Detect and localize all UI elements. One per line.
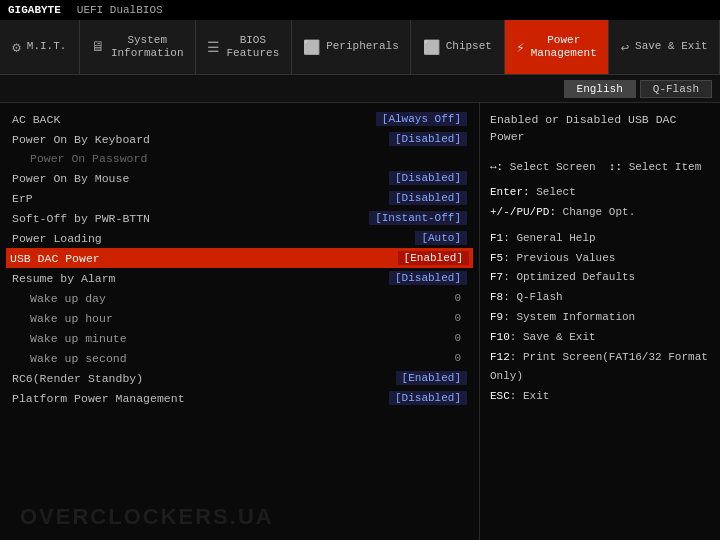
- power-password-label: Power On Password: [12, 152, 147, 165]
- right-panel: Enabled or Disabled USB DAC Power ↔: Sel…: [480, 103, 720, 540]
- top-bar: GIGABYTE UEFI DualBIOS: [0, 0, 720, 20]
- wake-second-value: 0: [448, 351, 467, 365]
- softoff-pwr-value: [Instant-Off]: [369, 211, 467, 225]
- save-exit-label: Save & Exit: [635, 40, 708, 53]
- menu-item-erp[interactable]: ErP[Disabled]: [10, 188, 469, 208]
- change-hint: +/-/PU/PD: Change Opt.: [490, 203, 710, 223]
- platform-power-label: Platform Power Management: [12, 392, 185, 405]
- menu-item-power-loading[interactable]: Power Loading[Auto]: [10, 228, 469, 248]
- ac-back-value: [Always Off]: [376, 112, 467, 126]
- nav-item-chipset[interactable]: ⬜Chipset: [411, 20, 505, 74]
- save-exit-icon: ↩: [621, 39, 629, 56]
- system-info-icon: 🖥: [91, 39, 105, 55]
- nav-item-power-mgmt[interactable]: ⚡Power Management: [505, 20, 610, 74]
- menu-item-rc6-standby[interactable]: RC6(Render Standby)[Enabled]: [10, 368, 469, 388]
- bios-features-label: BIOS Features: [226, 34, 279, 60]
- peripherals-icon: ⬜: [303, 39, 320, 56]
- nav-item-mit[interactable]: ⚙M.I.T.: [0, 20, 80, 74]
- help-text: Enabled or Disabled USB DAC Power: [490, 111, 710, 146]
- chipset-icon: ⬜: [423, 39, 440, 56]
- system-info-label: System Information: [111, 34, 184, 60]
- nav-item-system-info[interactable]: 🖥System Information: [80, 20, 196, 74]
- uefi-label: UEFI DualBIOS: [77, 4, 163, 16]
- menu-item-power-password[interactable]: Power On Password: [10, 149, 469, 168]
- menu-item-resume-alarm[interactable]: Resume by Alarm[Disabled]: [10, 268, 469, 288]
- watermark: OVERCLOCKERS.UA: [20, 504, 274, 530]
- wake-minute-value: 0: [448, 331, 467, 345]
- platform-power-value: [Disabled]: [389, 391, 467, 405]
- brand-logo: GIGABYTE: [8, 4, 61, 16]
- power-loading-value: [Auto]: [415, 231, 467, 245]
- erp-label: ErP: [12, 192, 33, 205]
- chipset-label: Chipset: [446, 40, 492, 53]
- mit-icon: ⚙: [12, 39, 20, 56]
- shortcut-f7: F7: Optimized Defaults: [490, 268, 710, 288]
- shortcut-f10: F10: Save & Exit: [490, 328, 710, 348]
- wake-minute-label: Wake up minute: [12, 332, 127, 345]
- power-mouse-label: Power On By Mouse: [12, 172, 129, 185]
- menu-item-usb-dac-power[interactable]: USB DAC Power[Enabled]: [6, 248, 473, 268]
- rc6-standby-label: RC6(Render Standby): [12, 372, 143, 385]
- shortcut-f5: F5: Previous Values: [490, 249, 710, 269]
- nav-item-peripherals[interactable]: ⬜Peripherals: [292, 20, 411, 74]
- qflash-button[interactable]: Q-Flash: [640, 80, 712, 98]
- shortcut-esc: ESC: Exit: [490, 387, 710, 407]
- main-content: AC BACK[Always Off]Power On By Keyboard[…: [0, 103, 720, 540]
- wake-hour-label: Wake up hour: [12, 312, 113, 325]
- menu-item-wake-minute[interactable]: Wake up minute0: [10, 328, 469, 348]
- shortcut-f1: F1: General Help: [490, 229, 710, 249]
- lang-bar: English Q-Flash: [0, 75, 720, 103]
- softoff-pwr-label: Soft-Off by PWR-BTTN: [12, 212, 150, 225]
- power-keyboard-value: [Disabled]: [389, 132, 467, 146]
- left-panel: AC BACK[Always Off]Power On By Keyboard[…: [0, 103, 480, 540]
- ac-back-label: AC BACK: [12, 113, 60, 126]
- menu-item-wake-second[interactable]: Wake up second0: [10, 348, 469, 368]
- erp-value: [Disabled]: [389, 191, 467, 205]
- power-loading-label: Power Loading: [12, 232, 102, 245]
- enter-hint: Enter: Select: [490, 183, 710, 203]
- menu-item-softoff-pwr[interactable]: Soft-Off by PWR-BTTN[Instant-Off]: [10, 208, 469, 228]
- resume-alarm-label: Resume by Alarm: [12, 272, 116, 285]
- mit-label: M.I.T.: [27, 40, 67, 53]
- nav-item-bios-features[interactable]: ☰BIOS Features: [196, 20, 292, 74]
- menu-item-wake-hour[interactable]: Wake up hour0: [10, 308, 469, 328]
- wake-hour-value: 0: [448, 311, 467, 325]
- usb-dac-power-label: USB DAC Power: [10, 252, 100, 265]
- wake-second-label: Wake up second: [12, 352, 127, 365]
- nav-bar: ⚙M.I.T.🖥System Information☰BIOS Features…: [0, 20, 720, 75]
- menu-item-power-keyboard[interactable]: Power On By Keyboard[Disabled]: [10, 129, 469, 149]
- wake-day-label: Wake up day: [12, 292, 106, 305]
- resume-alarm-value: [Disabled]: [389, 271, 467, 285]
- shortcut-f12: F12: Print Screen(FAT16/32 Format Only): [490, 348, 710, 388]
- nav-hint: ↔: Select Screen ↕: Select Item: [490, 158, 710, 178]
- rc6-standby-value: [Enabled]: [396, 371, 467, 385]
- menu-item-ac-back[interactable]: AC BACK[Always Off]: [10, 109, 469, 129]
- shortcuts-container: ↔: Select Screen ↕: Select ItemEnter: Se…: [490, 158, 710, 408]
- menu-item-platform-power[interactable]: Platform Power Management[Disabled]: [10, 388, 469, 408]
- power-mgmt-label: Power Management: [531, 34, 597, 60]
- wake-day-value: 0: [448, 291, 467, 305]
- bios-features-icon: ☰: [207, 39, 220, 56]
- menu-item-power-mouse[interactable]: Power On By Mouse[Disabled]: [10, 168, 469, 188]
- power-mouse-value: [Disabled]: [389, 171, 467, 185]
- menu-item-wake-day[interactable]: Wake up day0: [10, 288, 469, 308]
- shortcut-f9: F9: System Information: [490, 308, 710, 328]
- peripherals-label: Peripherals: [326, 40, 399, 53]
- power-mgmt-icon: ⚡: [516, 39, 524, 56]
- english-button[interactable]: English: [564, 80, 636, 98]
- usb-dac-power-value: [Enabled]: [398, 251, 469, 265]
- shortcut-f8: F8: Q-Flash: [490, 288, 710, 308]
- power-keyboard-label: Power On By Keyboard: [12, 133, 150, 146]
- nav-item-save-exit[interactable]: ↩Save & Exit: [609, 20, 720, 74]
